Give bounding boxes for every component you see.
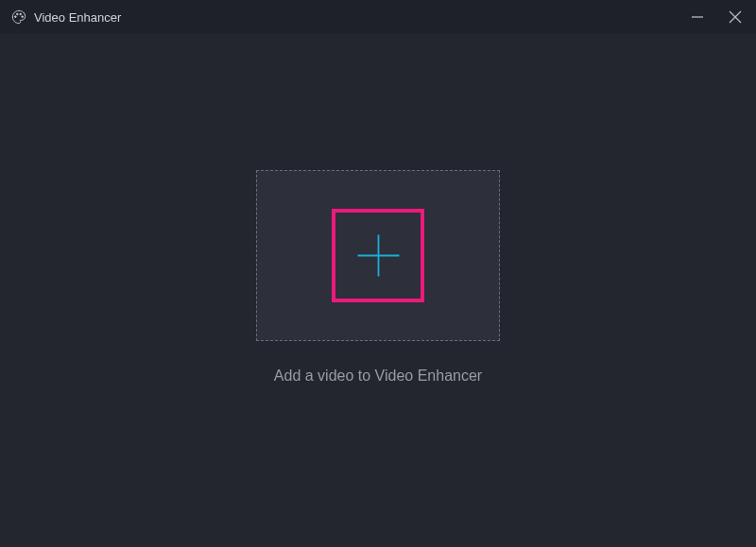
close-icon <box>728 9 743 25</box>
palette-icon <box>11 9 26 25</box>
plus-icon <box>352 230 404 282</box>
minimize-button[interactable] <box>688 8 707 26</box>
svg-point-2 <box>20 13 22 15</box>
svg-point-1 <box>17 13 19 15</box>
minimize-icon <box>690 9 705 25</box>
video-dropzone[interactable] <box>256 170 500 341</box>
titlebar-left: Video Enhancer <box>11 9 121 25</box>
svg-point-0 <box>15 16 17 18</box>
app-title: Video Enhancer <box>34 10 121 25</box>
instruction-text: Add a video to Video Enhancer <box>274 368 482 385</box>
svg-point-3 <box>22 16 24 18</box>
window-controls <box>688 8 745 26</box>
add-video-button[interactable] <box>332 209 424 302</box>
main-area: Add a video to Video Enhancer <box>0 21 756 534</box>
close-button[interactable] <box>726 8 745 26</box>
